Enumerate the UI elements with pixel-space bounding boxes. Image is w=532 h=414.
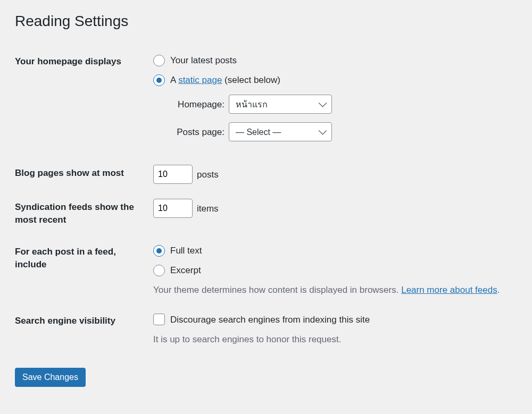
checkbox-text-discourage: Discourage search engines from indexing … (170, 312, 370, 327)
static-page-subfields: Homepage: หน้าแรก Posts page: (170, 95, 517, 141)
radio-full-text[interactable] (153, 245, 165, 257)
radio-text-latest: Your latest posts (170, 53, 237, 67)
link-learn-feeds[interactable]: Learn more about feeds (401, 285, 497, 295)
label-syndication: Syndication feeds show the most recent (15, 191, 153, 236)
label-blog-pages: Blog pages show at most (15, 157, 153, 191)
radio-label-latest-posts[interactable]: Your latest posts (153, 53, 517, 67)
page-title: Reading Settings (15, 13, 517, 30)
save-button[interactable]: Save Changes (15, 368, 86, 387)
radio-static-page[interactable] (153, 74, 165, 86)
radio-text-full: Full text (170, 243, 202, 258)
radio-text-excerpt: Excerpt (170, 263, 201, 277)
radio-label-full-text[interactable]: Full text (153, 243, 517, 258)
feed-description: Your theme determines how content is dis… (153, 283, 517, 297)
sev-description: It is up to search engines to honor this… (153, 332, 517, 347)
link-static-page[interactable]: static page (178, 75, 222, 85)
radio-label-static-page[interactable]: A static page (select below) (153, 73, 517, 87)
checkbox-discourage[interactable] (153, 314, 165, 325)
label-feed-include: For each post in a feed, include (15, 236, 153, 305)
checkbox-label-discourage[interactable]: Discourage search engines from indexing … (153, 312, 517, 327)
label-sev: Search engine visibility (15, 305, 153, 354)
feed-include-radio-group: Full text Excerpt (153, 243, 517, 277)
homepage-radio-group: Your latest posts A static page (select … (153, 53, 517, 87)
reading-settings-page: Reading Settings Your homepage displays … (0, 0, 532, 400)
input-posts-per-page[interactable] (153, 165, 193, 184)
label-homepage-select: Homepage: (170, 97, 225, 112)
select-postspage[interactable]: — Select — (229, 122, 332, 141)
radio-excerpt[interactable] (153, 265, 165, 276)
input-syndication-items[interactable] (153, 199, 193, 218)
radio-latest-posts[interactable] (153, 55, 165, 66)
label-postspage-select: Posts page: (170, 125, 225, 139)
label-homepage-displays: Your homepage displays (15, 46, 153, 157)
suffix-posts: posts (197, 167, 219, 182)
select-homepage[interactable]: หน้าแรก (229, 95, 332, 114)
settings-form: Your homepage displays Your latest posts… (15, 46, 517, 354)
radio-text-static: A static page (select below) (170, 73, 280, 87)
radio-label-excerpt[interactable]: Excerpt (153, 263, 517, 277)
suffix-items: items (197, 201, 219, 216)
